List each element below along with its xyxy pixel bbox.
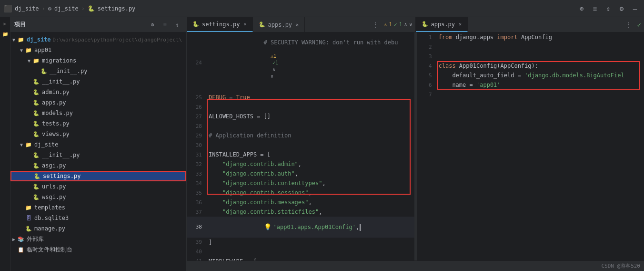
line-content-25[interactable]: DEBUG = True	[207, 93, 414, 102]
tree-item-templates[interactable]: 📁 templates	[10, 202, 186, 213]
line-number-40: 40	[187, 247, 207, 257]
ok-check-icon: ✓	[394, 21, 397, 28]
tab-settings[interactable]: 🐍 settings.py ✕	[187, 17, 253, 32]
tree-label-settings: settings.py	[43, 173, 80, 179]
warn-triangle-icon: ⚠	[384, 21, 387, 28]
right-line-number-7: 7	[417, 90, 437, 99]
tab-settings-close[interactable]: ✕	[243, 21, 246, 27]
right-line-content-4[interactable]: class App01Config(AppConfig):	[437, 61, 644, 71]
right-line-content-3[interactable]	[437, 52, 644, 61]
tree-item-app01[interactable]: ▼ 📁 app01	[10, 45, 186, 55]
top-bar-file1[interactable]: dj_site	[54, 5, 79, 12]
py-icon-admin: 🐍	[32, 88, 40, 96]
right-code-area[interactable]: 1 from django.apps import AppConfig 2 3	[417, 32, 644, 261]
line-content-31[interactable]: INSTALLED_APPS = [	[207, 150, 414, 159]
toolbar-item-1[interactable]: ▶	[1, 19, 10, 28]
right-line-number-1: 1	[417, 32, 437, 42]
list-icon[interactable]: ≡	[590, 3, 600, 14]
line-content-39[interactable]: ]	[207, 238, 414, 247]
tree-item-models-py[interactable]: 🐍 models.py	[10, 108, 186, 118]
tab-apps-left[interactable]: 🐍 apps.py ✕	[253, 17, 305, 32]
tree-item-admin-py[interactable]: 🐍 admin.py	[10, 87, 186, 97]
tree-item-apps-py[interactable]: 🐍 apps.py	[10, 97, 186, 108]
tree-label-apps: apps.py	[42, 99, 66, 106]
right-pane-tabs: 🐍 apps.py ✕ ⋮ ✓	[416, 17, 644, 32]
spacer7	[26, 162, 32, 169]
sidebar-title: 项目	[14, 21, 26, 29]
line-content-37[interactable]: "django.contrib.staticfiles",	[207, 207, 414, 217]
top-bar-project-name[interactable]: dj_site	[15, 5, 39, 12]
nav-down-icon[interactable]: ∨	[409, 21, 413, 28]
top-bar-sep2: ›	[81, 5, 85, 12]
add-icon[interactable]: ⊕	[576, 3, 587, 14]
right-line-content-1[interactable]: from django.apps import AppConfig	[437, 32, 644, 42]
line-content-27[interactable]: ALLOWED_HOSTS = []	[207, 112, 414, 121]
nav-up-icon[interactable]: ∧	[404, 21, 407, 28]
line-content-32[interactable]: "django.contrib.admin",	[207, 159, 414, 169]
py-icon-init-app01: 🐍	[32, 78, 40, 85]
tree-item-dj-site-root[interactable]: ▼ 📁 dj_site D:\workspace\pythonProject\d…	[10, 34, 186, 45]
table-row: 39 ]	[187, 238, 414, 247]
sidebar-split-icon[interactable]: ⇕	[172, 20, 182, 30]
tree-item-migrations[interactable]: ▼ 📁 migrations	[10, 55, 186, 66]
tree-item-init-migrations[interactable]: 🐍 __init__.py	[10, 66, 186, 76]
line-content-26[interactable]	[207, 102, 414, 112]
line-content-28[interactable]	[207, 121, 414, 131]
tree-item-tests-py[interactable]: 🐍 tests.py	[10, 118, 186, 129]
line-content-36[interactable]: "django.contrib.messages",	[207, 198, 414, 207]
tree-item-db-sqlite3[interactable]: 🗄 db.sqlite3	[10, 213, 186, 223]
table-row: 33 "django.contrib.auth",	[187, 169, 414, 178]
code-table-left: 24 # SECURITY WARNING: don't run with de…	[187, 32, 414, 261]
line-content-41[interactable]: MIDDLEWARE = [	[207, 257, 414, 261]
top-bar-file2[interactable]: settings.py	[98, 5, 135, 12]
py-icon-manage: 🐍	[25, 225, 32, 232]
tree-item-scratch[interactable]: 📋 临时文件和控制台	[10, 244, 186, 255]
line-content-33[interactable]: "django.contrib.auth",	[207, 169, 414, 178]
line-content-35[interactable]: "django.contrib.sessions",	[207, 188, 414, 198]
line-number-28: 28	[187, 121, 207, 131]
tree-item-settings-py[interactable]: 🐍 settings.py	[10, 171, 186, 181]
tree-item-init-app01[interactable]: 🐍 __init__.py	[10, 76, 186, 87]
sidebar-list-icon[interactable]: ≡	[160, 20, 170, 30]
tree-label-app01: app01	[34, 47, 51, 53]
right-line-content-6[interactable]: name = 'app01'	[437, 80, 644, 90]
line-content-34[interactable]: "django.contrib.contenttypes",	[207, 178, 414, 188]
tab-apps-right[interactable]: 🐍 apps.py ✕	[416, 17, 468, 32]
right-line-content-5[interactable]: default_auto_field = 'django.db.models.B…	[437, 71, 644, 80]
tree-arrow-ext-libs: ▶	[10, 236, 17, 242]
tree-label-dj-site-pkg: dj_site	[34, 141, 59, 148]
minus-icon[interactable]: —	[630, 3, 640, 14]
line-content-40[interactable]	[207, 247, 414, 257]
tree-item-views-py[interactable]: 🐍 views.py	[10, 129, 186, 139]
toolbar-item-2[interactable]: 📁	[1, 30, 10, 38]
left-tab-more[interactable]: ⋮	[370, 17, 381, 32]
tree-item-dj-site-pkg[interactable]: ▼ 📁 dj_site	[10, 139, 186, 150]
table-row: 32 "django.contrib.admin",	[187, 159, 414, 169]
tree-item-urls-py[interactable]: 🐍 urls.py	[10, 181, 186, 192]
left-code-area[interactable]: 24 # SECURITY WARNING: don't run with de…	[187, 32, 414, 261]
line-content-29[interactable]: # Application definition	[207, 131, 414, 140]
tab-apps-right-label: apps.py	[431, 21, 455, 28]
table-row: 35 "django.contrib.sessions",	[187, 188, 414, 198]
right-tab-more[interactable]: ⋮	[623, 17, 634, 32]
bulb-icon[interactable]: 💡	[264, 223, 272, 230]
gear-icon[interactable]: ⚙	[616, 3, 627, 14]
sidebar-add-icon[interactable]: ⊕	[147, 20, 158, 30]
spacer14	[10, 246, 17, 253]
tree-item-init-djsite[interactable]: 🐍 __init__.py	[10, 150, 186, 160]
top-bar-sep1: ›	[42, 5, 45, 12]
tree-item-asgi-py[interactable]: 🐍 asgi.py	[10, 160, 186, 171]
line-content-24[interactable]: # SECURITY WARNING: don't run with debu …	[207, 32, 414, 93]
tab-apps-right-close[interactable]: ✕	[459, 21, 462, 27]
tree-item-ext-libs[interactable]: ▶ 📚 外部库	[10, 234, 186, 244]
tree-item-manage-py[interactable]: 🐍 manage.py	[10, 223, 186, 234]
tab-apps-left-close[interactable]: ✕	[296, 22, 299, 27]
line-content-38[interactable]: 💡'app01.apps.App01Config',	[207, 217, 414, 238]
right-line-content-7[interactable]	[437, 90, 644, 99]
line-number-27: 27	[187, 112, 207, 121]
split-icon[interactable]: ⇕	[603, 3, 614, 14]
tree-item-wsgi-py[interactable]: 🐍 wsgi.py	[10, 192, 186, 202]
line-number-37: 37	[187, 207, 207, 217]
right-line-content-2[interactable]	[437, 42, 644, 52]
line-content-30[interactable]	[207, 140, 414, 150]
